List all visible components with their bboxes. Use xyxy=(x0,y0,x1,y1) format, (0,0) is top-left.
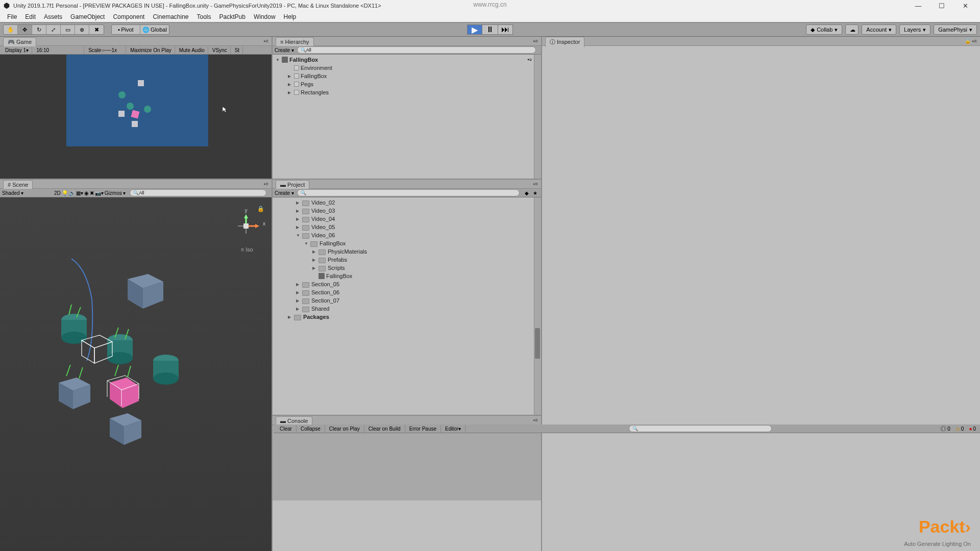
move-tool-button[interactable]: ✥ xyxy=(18,25,32,34)
menu-file[interactable]: File xyxy=(3,12,21,21)
project-item[interactable]: ▶Video_05 xyxy=(273,223,541,231)
camera-toggle[interactable]: 📷▾ xyxy=(95,190,104,196)
project-item[interactable]: ▶Scripts xyxy=(273,264,541,272)
project-item[interactable]: ▶Video_03 xyxy=(273,207,541,215)
hand-tool-button[interactable]: ✋ xyxy=(4,25,18,34)
global-button[interactable]: 🌐 Global xyxy=(140,25,169,34)
display-dropdown[interactable]: Display 1 ▾ xyxy=(2,46,32,54)
console-error-pause-toggle[interactable]: Error Pause xyxy=(405,425,441,433)
fx-toggle[interactable]: ▦▾ xyxy=(76,190,83,196)
project-tree[interactable]: ▶Video_02▶Video_03▶Video_04▶Video_05▼Vid… xyxy=(273,197,541,415)
project-item[interactable]: ▶Video_04 xyxy=(273,215,541,223)
project-item[interactable]: FallingBox xyxy=(273,272,541,280)
hierarchy-scrollbar[interactable] xyxy=(534,55,541,179)
audio-toggle[interactable]: 🔊 xyxy=(69,190,75,196)
console-editor-dropdown[interactable]: Editor ▾ xyxy=(441,425,465,433)
menu-assets[interactable]: Assets xyxy=(40,12,66,21)
shaded-dropdown[interactable]: Shaded ▾ xyxy=(2,190,53,196)
aspect-dropdown[interactable]: 16:10 xyxy=(33,46,84,54)
hierarchy-item[interactable]: ▶ FallingBox xyxy=(273,72,541,80)
rect-tool-button[interactable]: ▭ xyxy=(61,25,75,34)
console-clear-play-toggle[interactable]: Clear on Play xyxy=(325,425,364,433)
project-create-dropdown[interactable]: Create ▾ xyxy=(275,190,294,196)
scale-slider[interactable]: Scale ○── 1x xyxy=(85,46,126,54)
hierarchy-tab[interactable]: ≡ Hierarchy xyxy=(276,37,314,46)
hierarchy-panel-menu[interactable]: ▪≡ xyxy=(533,38,538,44)
project-item[interactable]: ▶Prefabs xyxy=(273,256,541,264)
menu-cinemachine[interactable]: Cinemachine xyxy=(149,12,192,21)
scene-menu-icon[interactable]: •≡ xyxy=(528,57,532,62)
scene-panel-menu[interactable]: ▪≡ xyxy=(264,181,268,187)
console-warn-count[interactable]: ⚠0 xyxy=(953,426,966,432)
layout-dropdown[interactable]: GamePhysi▾ xyxy=(934,24,977,35)
pause-button[interactable]: ⏸ xyxy=(482,24,498,35)
project-item[interactable]: ▼FallingBox xyxy=(273,239,541,247)
console-error-count[interactable]: ●0 xyxy=(967,426,978,432)
maximize-toggle[interactable]: Maximize On Play xyxy=(127,46,175,54)
hierarchy-item[interactable]: ▶ Rectangles xyxy=(273,88,541,96)
pivot-button[interactable]: ▪ Pivot xyxy=(112,25,140,34)
mode-2d-toggle[interactable]: 2D xyxy=(54,190,61,196)
play-button[interactable]: ▶ xyxy=(467,24,482,35)
project-scrollbar[interactable] xyxy=(534,197,541,415)
project-item[interactable]: ▶PhysicMaterials xyxy=(273,247,541,256)
console-search[interactable]: 🔍 xyxy=(629,425,772,432)
gizmo1-toggle[interactable]: ◉ xyxy=(84,190,89,196)
menu-window[interactable]: Window xyxy=(250,12,280,21)
scene-tab[interactable]: # Scene xyxy=(3,180,33,189)
menu-edit[interactable]: Edit xyxy=(21,12,40,21)
menu-gameobject[interactable]: GameObject xyxy=(66,12,109,21)
project-item[interactable]: ▶Shared xyxy=(273,305,541,313)
project-search[interactable]: 🔍 xyxy=(297,189,520,196)
transform-tool-button[interactable]: ⊕ xyxy=(75,25,89,34)
console-clear-build-toggle[interactable]: Clear on Build xyxy=(364,425,405,433)
console-info-count[interactable]: !0 xyxy=(938,425,952,432)
custom-tool-button[interactable]: ✖ xyxy=(89,25,104,34)
layers-dropdown[interactable]: Layers ▾ xyxy=(899,24,930,35)
project-tab[interactable]: ▬ Project xyxy=(276,180,309,189)
gizmos-dropdown[interactable]: Gizmos ▾ xyxy=(105,190,126,196)
project-filter2-button[interactable]: ★ xyxy=(531,190,539,196)
minimize-button[interactable]: — xyxy=(906,0,930,11)
scene-search[interactable]: 🔍All xyxy=(130,189,266,196)
project-item[interactable]: ▼Video_06 xyxy=(273,231,541,239)
project-item[interactable]: ▶Packages xyxy=(273,313,541,321)
game-view[interactable] xyxy=(0,55,272,179)
game-panel-menu[interactable]: ▪≡ xyxy=(264,38,268,44)
close-button[interactable]: ✕ xyxy=(953,0,977,11)
lighting-toggle[interactable]: 💡 xyxy=(62,190,68,196)
stats-toggle[interactable]: St xyxy=(232,46,243,54)
account-dropdown[interactable]: Account ▾ xyxy=(862,24,896,35)
project-item[interactable]: ▶Section_05 xyxy=(273,280,541,288)
menu-help[interactable]: Help xyxy=(280,12,301,21)
vsync-toggle[interactable]: VSync xyxy=(209,46,231,54)
console-tab[interactable]: ▬ Console xyxy=(276,416,312,425)
menu-packtpub[interactable]: PacktPub xyxy=(215,12,250,21)
inspector-panel-menu[interactable]: 🔒 ▪≡ xyxy=(965,38,977,44)
hierarchy-item[interactable]: ▶ Pegs xyxy=(273,80,541,88)
hierarchy-scene-row[interactable]: ▼ FallingBox •≡ xyxy=(273,56,541,64)
console-panel-menu[interactable]: ▪≡ xyxy=(533,417,538,423)
project-filter1-button[interactable]: ◆ xyxy=(523,190,531,196)
maximize-button[interactable]: ☐ xyxy=(930,0,953,11)
project-item[interactable]: ▶Video_02 xyxy=(273,198,541,207)
gizmo2-toggle[interactable]: ✖ xyxy=(90,190,94,196)
console-body[interactable] xyxy=(273,425,541,551)
step-button[interactable]: ⏭ xyxy=(498,24,513,35)
rotate-tool-button[interactable]: ↻ xyxy=(32,25,46,34)
mute-toggle[interactable]: Mute Audio xyxy=(176,46,208,54)
inspector-tab[interactable]: ⓘ Inspector xyxy=(545,37,584,47)
scale-tool-button[interactable]: ⤢ xyxy=(46,25,61,34)
menu-tools[interactable]: Tools xyxy=(193,12,215,21)
scene-view[interactable]: y x 🔒 ≡ Iso xyxy=(0,197,272,551)
collab-dropdown[interactable]: ◆ Collab ▾ xyxy=(806,24,842,35)
game-tab[interactable]: 🎮 Game xyxy=(3,37,36,46)
hierarchy-search[interactable]: 🔍All xyxy=(297,46,536,54)
console-collapse-toggle[interactable]: Collapse xyxy=(297,425,325,433)
menu-component[interactable]: Component xyxy=(109,12,149,21)
cloud-button[interactable]: ☁ xyxy=(845,24,859,35)
hierarchy-item[interactable]: Environment xyxy=(273,64,541,72)
project-item[interactable]: ▶Section_06 xyxy=(273,288,541,296)
project-panel-menu[interactable]: ▪≡ xyxy=(533,181,538,187)
hierarchy-create-dropdown[interactable]: Create ▾ xyxy=(275,47,294,53)
